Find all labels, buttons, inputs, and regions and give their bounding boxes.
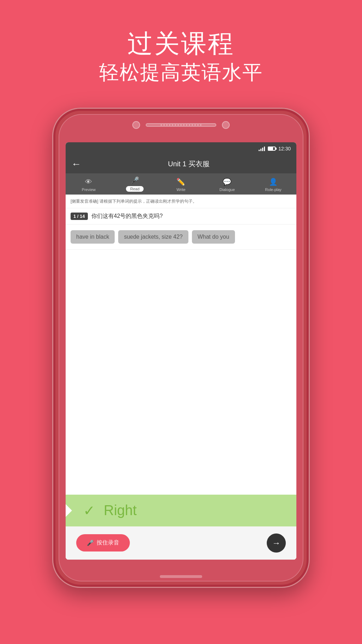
app-title: Unit 1 买衣服 [87, 159, 291, 169]
tab-roleplay[interactable]: 👤 Role-play [250, 178, 296, 195]
record-button[interactable]: 🎤 按住录音 [76, 534, 130, 551]
phone-top-bar [132, 121, 230, 129]
status-time: 12:30 [278, 146, 291, 151]
back-button[interactable]: ← [71, 159, 81, 170]
mic-icon: 🎤 [131, 176, 139, 185]
arrow-right-icon: → [272, 538, 280, 548]
record-label: 按住录音 [97, 539, 119, 547]
result-banner: ✓ Right [66, 495, 296, 526]
tab-read-label: Read [126, 186, 144, 192]
tab-write-label: Write [176, 187, 185, 192]
tab-dialogue-label: Dialogue [219, 187, 235, 192]
eye-icon: 👁 [85, 178, 92, 186]
tab-dialogue[interactable]: 💬 Dialogue [204, 178, 250, 195]
person-check-icon: 👤 [269, 178, 278, 186]
content-spacer [66, 250, 296, 495]
word-chips-container: have in black suede jackets, size 42? Wh… [66, 225, 296, 250]
top-heading: 过关课程 轻松提高英语水平 [52, 28, 310, 87]
instruction-text: [侧重发音准确] 请根据下列单词的提示，正确读出刚才所学的句子。 [66, 195, 296, 208]
signal-icon [259, 146, 265, 151]
tab-read[interactable]: 🎤 Read [112, 176, 158, 195]
heading-line2: 轻松提高英语水平 [52, 59, 310, 86]
tab-roleplay-label: Role-play [265, 187, 281, 192]
content-area: [侧重发音准确] 请根据下列单词的提示，正确读出刚才所学的句子。 1 / 14 … [66, 195, 296, 560]
question-badge: 1 / 14 [71, 213, 88, 220]
word-chip-3[interactable]: What do you [192, 230, 235, 244]
question-row: 1 / 14 你们这有42号的黑色夹克吗? [66, 208, 296, 225]
phone-sensor [222, 121, 230, 129]
status-bar: 12:30 [66, 142, 296, 155]
tab-preview[interactable]: 👁 Preview [66, 178, 112, 195]
heading-line1: 过关课程 [52, 28, 310, 59]
mic-record-icon: 🎤 [87, 539, 94, 546]
word-chip-1[interactable]: have in black [71, 230, 115, 244]
nav-tabs: 👁 Preview 🎤 Read ✏️ Write 💬 Dialogue 👤 [66, 173, 296, 195]
question-text: 你们这有42号的黑色夹克吗? [91, 213, 163, 220]
phone-speaker [146, 123, 216, 127]
phone-mockup: 12:30 ← Unit 1 买衣服 👁 Preview 🎤 Read ✏️ [52, 108, 310, 588]
page-background: 过关课程 轻松提高英语水平 [52, 0, 310, 588]
tab-preview-label: Preview [82, 187, 96, 192]
battery-icon [268, 147, 276, 151]
phone-screen: 12:30 ← Unit 1 买衣服 👁 Preview 🎤 Read ✏️ [66, 142, 296, 560]
check-icon: ✓ [83, 502, 95, 519]
pencil-icon: ✏️ [176, 178, 185, 186]
chat-icon: 💬 [223, 178, 231, 186]
bottom-buttons: 🎤 按住录音 → [66, 526, 296, 560]
phone-camera [132, 121, 140, 129]
tab-write[interactable]: ✏️ Write [158, 178, 204, 195]
next-button[interactable]: → [267, 533, 286, 553]
phone-home-indicator [160, 575, 202, 578]
app-header: ← Unit 1 买衣服 [66, 155, 296, 173]
word-chip-2[interactable]: suede jackets, size 42? [118, 230, 188, 244]
result-text: Right [104, 502, 137, 518]
